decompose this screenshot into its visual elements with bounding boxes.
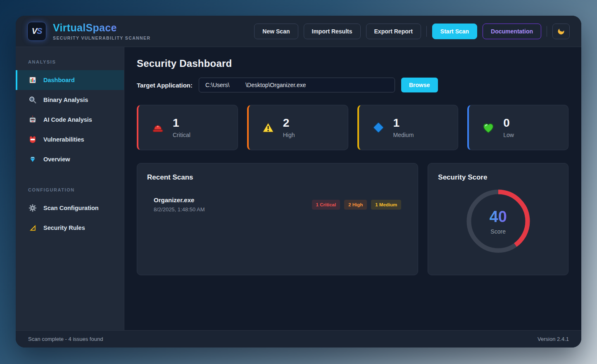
dashboard-panels: Recent Scans Organizer.exe 8/2/2025, 1:4… — [137, 163, 568, 275]
triangular-ruler-icon — [28, 223, 37, 232]
stat-card-medium: 1 Medium — [357, 105, 459, 150]
status-bar: Scan complete - 4 issues found Version 2… — [16, 330, 581, 347]
app-body: ANALYSIS Dashboard Binary Analysis AI Co… — [16, 47, 581, 330]
stat-card-critical: 1 Critical — [137, 105, 238, 150]
high-count: 2 — [283, 117, 295, 129]
medium-label: Medium — [393, 132, 414, 138]
scan-name: Organizer.exe — [154, 196, 205, 203]
header-divider — [426, 26, 427, 37]
page-title: Security Dashboard — [137, 58, 568, 69]
scan-list-item[interactable]: Organizer.exe 8/2/2025, 1:48:50 AM 1 Cri… — [147, 193, 408, 216]
stat-card-low: 0 Low — [467, 105, 568, 150]
export-report-button[interactable]: Export Report — [366, 24, 421, 39]
app-logo: VS — [27, 22, 46, 41]
main-content: Security Dashboard Target Application: B… — [124, 47, 581, 330]
high-badge: 2 High — [344, 200, 367, 210]
theme-toggle-button[interactable] — [552, 24, 570, 39]
low-count: 0 — [503, 117, 514, 129]
warning-triangle-icon — [261, 121, 275, 135]
app-window: VS VirtualSpace SECURITY VULNERABILITY S… — [16, 16, 581, 347]
sidebar-item-label: Vulnerabilities — [43, 136, 84, 143]
medium-count: 1 — [393, 117, 414, 129]
security-score-title: Security Score — [438, 173, 558, 182]
target-application-row: Target Application: Browse — [137, 78, 568, 92]
sidebar-item-vulnerabilities[interactable]: Vulnerabilities — [16, 130, 124, 149]
start-scan-button[interactable]: Start Scan — [432, 24, 477, 39]
sidebar-item-scan-configuration[interactable]: Scan Configuration — [16, 198, 124, 218]
target-application-label: Target Application: — [137, 82, 193, 89]
app-header: VS VirtualSpace SECURITY VULNERABILITY S… — [16, 16, 581, 47]
scan-timestamp: 8/2/2025, 1:48:50 AM — [154, 206, 205, 213]
header-actions: New Scan Import Results Export Report St… — [254, 24, 570, 39]
sidebar-item-dashboard[interactable]: Dashboard — [16, 70, 124, 90]
security-score-gauge: 40 Score — [464, 187, 532, 255]
score-caption: Score — [490, 228, 506, 235]
medium-badge: 1 Medium — [371, 200, 401, 210]
critical-badge: 1 Critical — [312, 200, 340, 210]
high-label: High — [283, 132, 295, 138]
app-subtitle: SECURITY VULNERABILITY SCANNER — [53, 35, 150, 40]
stat-card-high: 2 High — [247, 105, 348, 150]
import-results-button[interactable]: Import Results — [304, 24, 361, 39]
sidebar-item-label: Binary Analysis — [43, 97, 88, 103]
sidebar-item-label: Overview — [43, 156, 70, 163]
security-score-panel: Security Score 40 Score — [428, 163, 568, 275]
scan-badges: 1 Critical 2 High 1 Medium — [312, 200, 402, 210]
sidebar-item-label: Dashboard — [43, 77, 75, 83]
score-value: 40 — [490, 208, 507, 226]
scan-status-text: Scan complete - 4 issues found — [28, 336, 103, 342]
new-scan-button[interactable]: New Scan — [254, 24, 298, 39]
sidebar-item-security-rules[interactable]: Security Rules — [16, 218, 124, 238]
sidebar-item-label: AI Code Analysis — [43, 116, 92, 123]
low-label: Low — [503, 132, 514, 138]
recent-scans-title: Recent Scans — [147, 173, 408, 182]
brand: VirtualSpace SECURITY VULNERABILITY SCAN… — [53, 22, 150, 40]
header-divider — [547, 26, 547, 37]
browse-button[interactable]: Browse — [401, 78, 438, 92]
sidebar: ANALYSIS Dashboard Binary Analysis AI Co… — [16, 47, 124, 330]
critical-label: Critical — [173, 132, 190, 138]
app-title: VirtualSpace — [53, 22, 150, 34]
recent-scans-panel: Recent Scans Organizer.exe 8/2/2025, 1:4… — [137, 163, 418, 275]
sidebar-item-label: Scan Configuration — [43, 205, 99, 211]
crescent-moon-icon — [557, 27, 565, 35]
sidebar-section-configuration: CONFIGURATION — [16, 178, 124, 198]
gear-icon — [28, 203, 37, 213]
blue-diamond-icon — [371, 121, 385, 135]
siren-icon — [151, 121, 165, 135]
robot-icon — [28, 115, 37, 124]
sidebar-item-ai-code-analysis[interactable]: AI Code Analysis — [16, 110, 124, 130]
critical-count: 1 — [173, 117, 190, 129]
severity-stats: 1 Critical 2 High — [137, 105, 568, 150]
sidebar-item-binary-analysis[interactable]: Binary Analysis — [16, 90, 124, 110]
version-text: Version 2.4.1 — [538, 336, 569, 342]
sidebar-section-analysis: ANALYSIS — [16, 50, 124, 70]
sidebar-item-label: Security Rules — [43, 225, 85, 231]
green-heart-icon — [481, 121, 495, 135]
target-application-input[interactable] — [199, 78, 395, 92]
bar-chart-icon — [28, 76, 37, 85]
name-badge-icon — [28, 135, 37, 144]
documentation-button[interactable]: Documentation — [483, 24, 541, 39]
sidebar-item-overview[interactable]: Overview — [16, 149, 124, 169]
gem-icon — [28, 155, 37, 164]
magnifier-icon — [28, 95, 37, 104]
